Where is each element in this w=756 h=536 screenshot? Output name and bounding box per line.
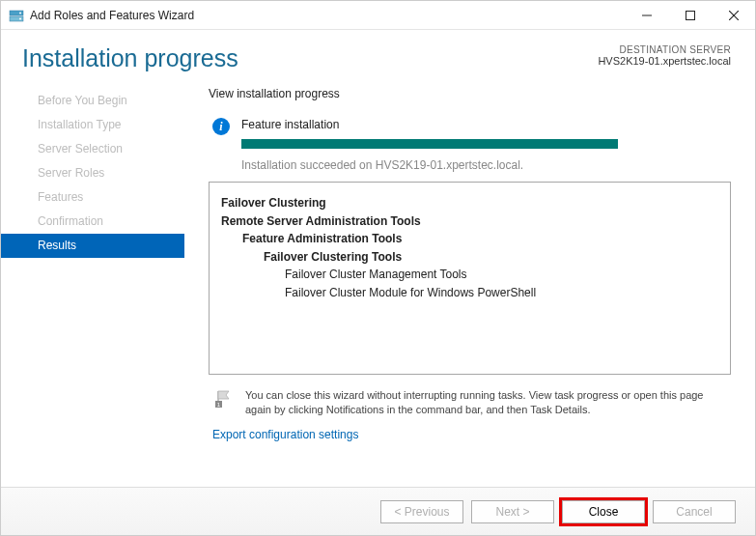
footer: < Previous Next > Close Cancel — [1, 487, 755, 535]
header: Installation progress DESTINATION SERVER… — [1, 30, 755, 82]
installed-features-box: Failover Clustering Remote Server Admini… — [209, 182, 731, 375]
destination-value: HVS2K19-01.xpertstec.local — [598, 55, 731, 67]
destination-info: DESTINATION SERVER HVS2K19-01.xpertstec.… — [598, 44, 731, 67]
svg-point-2 — [19, 12, 21, 14]
export-config-link[interactable]: Export configuration settings — [209, 428, 731, 441]
page-title: Installation progress — [22, 44, 238, 72]
feature-item: Failover Cluster Module for Windows Powe… — [221, 284, 718, 302]
note-text: You can close this wizard without interr… — [245, 388, 731, 418]
wizard-sidebar: Before You Begin Installation Type Serve… — [1, 82, 184, 478]
progress-label: Feature installation — [241, 118, 731, 131]
minimize-button[interactable] — [625, 1, 668, 30]
window-title: Add Roles and Features Wizard — [30, 9, 194, 22]
destination-label: DESTINATION SERVER — [598, 44, 731, 55]
close-window-button[interactable] — [712, 1, 755, 30]
svg-point-3 — [19, 17, 21, 19]
subheading: View installation progress — [209, 87, 731, 100]
svg-rect-5 — [686, 11, 694, 19]
sidebar-item-server-selection: Server Selection — [1, 137, 184, 161]
note-row: 1 You can close this wizard without inte… — [209, 388, 731, 418]
close-button[interactable]: Close — [562, 500, 645, 523]
sidebar-item-installation-type: Installation Type — [1, 113, 184, 137]
sidebar-item-confirmation: Confirmation — [1, 210, 184, 234]
previous-button: < Previous — [380, 500, 463, 523]
status-text: Installation succeeded on HVS2K19-01.xpe… — [241, 158, 731, 172]
sidebar-item-results[interactable]: Results — [1, 234, 184, 258]
maximize-button[interactable] — [668, 1, 712, 30]
feature-item: Remote Server Administration Tools — [221, 212, 718, 231]
sidebar-item-features: Features — [1, 185, 184, 210]
server-manager-icon — [9, 8, 24, 23]
cancel-button: Cancel — [653, 500, 736, 523]
info-icon: i — [212, 118, 230, 135]
sidebar-item-before-you-begin: Before You Begin — [1, 89, 184, 113]
feature-item: Failover Clustering — [221, 194, 718, 212]
feature-item: Feature Administration Tools — [221, 230, 718, 248]
next-button: Next > — [471, 500, 554, 523]
feature-item: Failover Cluster Management Tools — [221, 266, 718, 284]
main-content: View installation progress i Feature ins… — [184, 82, 755, 478]
progress-row: i Feature installation Installation succ… — [209, 118, 731, 172]
window-controls — [625, 1, 755, 30]
progress-bar — [241, 139, 618, 149]
sidebar-item-server-roles: Server Roles — [1, 161, 184, 185]
titlebar: Add Roles and Features Wizard — [1, 1, 755, 30]
flag-icon: 1 — [212, 388, 234, 409]
feature-item: Failover Clustering Tools — [221, 248, 718, 267]
